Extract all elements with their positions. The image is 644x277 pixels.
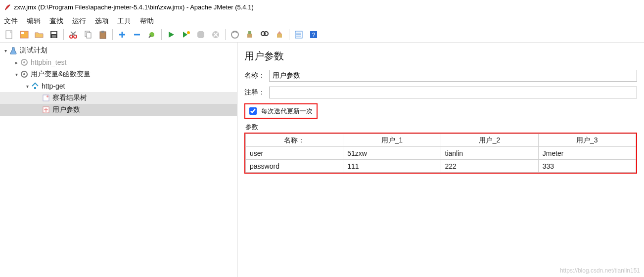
svg-point-41 [23,73,25,75]
shutdown-icon[interactable] [209,28,222,41]
update-per-iteration-wrapper[interactable]: 每次迭代更新一次 [244,103,318,119]
reset-search-icon[interactable] [273,28,286,41]
window-titlebar: zxw.jmx (D:\Program Files\apache-jmeter-… [0,0,644,15]
panel-heading: 用户参数 [244,49,637,63]
name-label: 名称： [244,71,269,80]
clear-icon[interactable] [229,28,241,41]
menu-bar: 文件 编辑 查找 运行 选项 工具 帮助 [0,15,644,27]
run-no-pause-icon[interactable] [180,28,192,41]
tree-node-uservars[interactable]: ▾ 用户变量&函数变量 [0,68,237,80]
svg-point-44 [46,95,48,97]
thread-group-icon [20,58,29,67]
svg-rect-5 [51,32,56,34]
tree-node-httpbin-label: httpbin_test [31,58,66,66]
params-table-wrap: 名称： 用户_1 用户_2 用户_3 user 51zxw tianlin Jm… [244,133,637,174]
menu-edit[interactable]: 编辑 [27,17,41,25]
comment-input[interactable] [269,87,637,98]
th-name[interactable]: 名称： [246,134,343,147]
th-user2[interactable]: 用户_2 [441,134,538,147]
comment-label: 注释： [244,88,269,97]
cell[interactable]: 51zxw [343,147,441,160]
help-icon[interactable]: ? [307,28,320,41]
params-section-label: 参数 [245,123,637,132]
search-icon[interactable] [258,28,271,41]
svg-rect-3 [21,32,24,34]
tree-node-uservars-label: 用户变量&函数变量 [31,70,91,79]
caret-down-icon[interactable]: ▾ [2,48,9,53]
cell[interactable]: password [246,160,343,173]
app-feather-icon [4,4,11,11]
editor-pane: 用户参数 名称： 注释： 每次迭代更新一次 参数 名称： 用户_1 用户_2 用… [237,43,644,277]
cell[interactable]: tianlin [441,147,538,160]
clear-all-icon[interactable] [243,28,256,41]
tree-node-user-params-label: 用户参数 [52,105,80,114]
cut-icon[interactable] [67,28,80,41]
tree-root[interactable]: ▾ 测试计划 [0,45,237,56]
toolbar: ? [0,27,644,43]
tree-node-httpbin[interactable]: ▸ httpbin_test [0,56,237,68]
caret-down-icon[interactable]: ▾ [13,72,20,77]
svg-rect-6 [52,35,56,38]
svg-marker-22 [197,31,204,38]
svg-rect-27 [247,34,252,38]
svg-rect-13 [100,32,106,39]
menu-run[interactable]: 运行 [72,17,86,25]
plus-icon[interactable] [116,28,129,41]
caret-down-icon[interactable]: ▾ [24,84,31,89]
function-helper-icon[interactable] [292,28,305,41]
table-header-row: 名称： 用户_1 用户_2 用户_3 [246,134,636,147]
params-table[interactable]: 名称： 用户_1 用户_2 用户_3 user 51zxw tianlin Jm… [245,134,636,173]
name-input[interactable] [269,70,637,82]
th-user1[interactable]: 用户_1 [343,134,441,147]
window-title: zxw.jmx (D:\Program Files\apache-jmeter-… [14,0,254,15]
tree-node-httpget[interactable]: ▾ http-get [0,80,237,92]
open-icon[interactable] [33,28,46,41]
table-row[interactable]: password 111 222 333 [246,160,636,173]
cell[interactable]: 333 [538,160,636,173]
watermark: https://blog.csdn.net/tianlin151 [560,267,640,274]
svg-point-39 [23,61,25,63]
thread-group-icon [20,70,29,79]
update-per-iteration-checkbox[interactable] [249,107,257,115]
svg-rect-14 [101,31,104,33]
tree-root-label: 测试计划 [20,46,47,55]
stop-icon[interactable] [194,28,207,41]
menu-tools[interactable]: 工具 [117,17,131,25]
paste-icon[interactable] [96,28,109,41]
tree-node-result-tree[interactable]: 察看结果树 [0,92,237,104]
svg-rect-28 [248,31,251,34]
cell[interactable]: 111 [343,160,441,173]
menu-file[interactable]: 文件 [4,17,18,25]
cell[interactable]: user [246,147,343,160]
menu-options[interactable]: 选项 [95,17,109,25]
menu-help[interactable]: 帮助 [140,17,154,25]
templates-icon[interactable] [18,28,31,41]
th-user3[interactable]: 用户_3 [538,134,636,147]
svg-rect-31 [277,34,282,38]
copy-icon[interactable] [82,28,94,41]
svg-point-21 [187,31,190,34]
cell[interactable]: 222 [441,160,538,173]
cell[interactable]: Jmeter [538,147,636,160]
menu-search[interactable]: 查找 [49,17,63,25]
preprocessor-icon [42,105,50,114]
listener-icon [42,93,50,102]
svg-marker-19 [169,32,174,38]
sampler-icon [31,82,40,91]
new-icon[interactable] [3,28,16,41]
svg-text:?: ? [312,32,316,39]
table-row[interactable]: user 51zxw tianlin Jmeter [246,147,636,160]
minus-icon[interactable] [131,28,143,41]
flask-icon [9,46,18,55]
svg-marker-20 [183,32,187,38]
svg-rect-42 [34,87,36,89]
toggle-icon[interactable] [145,28,158,41]
svg-rect-12 [87,33,91,38]
test-plan-tree[interactable]: ▾ 测试计划 ▸ httpbin_test ▾ 用户变量&函数变量 ▾ http… [0,43,237,277]
save-icon[interactable] [47,28,60,41]
tree-node-httpget-label: http-get [42,82,65,90]
tree-node-result-tree-label: 察看结果树 [52,93,87,102]
tree-node-user-params[interactable]: 用户参数 [0,104,237,116]
caret-right-icon[interactable]: ▸ [13,60,20,65]
run-icon[interactable] [165,28,178,41]
